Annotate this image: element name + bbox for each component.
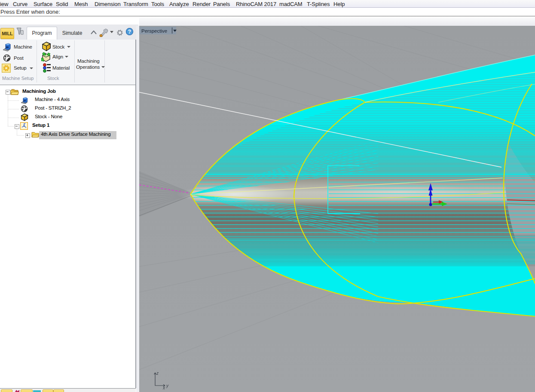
svg-text:x: x <box>162 386 165 390</box>
svg-text:z: z <box>156 371 159 376</box>
svg-text:y: y <box>166 383 169 388</box>
svg-text:Perspective: Perspective <box>141 28 167 34</box>
svg-text:?: ? <box>128 29 131 35</box>
